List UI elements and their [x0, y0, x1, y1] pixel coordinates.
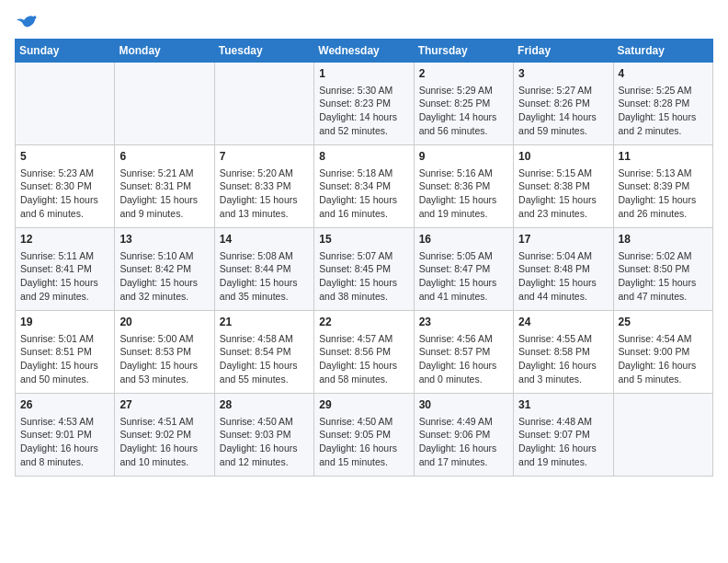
- day-info: Sunrise: 5:05 AM: [419, 249, 508, 263]
- day-info: Sunrise: 5:30 AM: [319, 84, 408, 98]
- day-number: 18: [619, 232, 708, 247]
- calendar-cell: 11Sunrise: 5:13 AMSunset: 8:39 PMDayligh…: [613, 145, 712, 228]
- day-number: 1: [319, 66, 408, 82]
- calendar-cell: 30Sunrise: 4:49 AMSunset: 9:06 PMDayligh…: [414, 394, 513, 477]
- day-info: Daylight: 16 hours and 19 minutes.: [518, 442, 608, 468]
- day-info: Daylight: 14 hours and 56 minutes.: [419, 110, 508, 137]
- calendar-cell: 9Sunrise: 5:16 AMSunset: 8:36 PMDaylight…: [414, 145, 513, 228]
- day-info: Daylight: 15 hours and 44 minutes.: [518, 276, 608, 303]
- calendar-cell: 3Sunrise: 5:27 AMSunset: 8:26 PMDaylight…: [514, 63, 613, 145]
- calendar-cell: 19Sunrise: 5:01 AMSunset: 8:51 PMDayligh…: [16, 311, 115, 394]
- day-info: Sunset: 8:51 PM: [20, 345, 109, 359]
- day-number: 25: [619, 315, 708, 330]
- day-info: Sunset: 8:39 PM: [619, 179, 708, 193]
- day-info: Sunrise: 5:27 AM: [518, 84, 608, 98]
- day-number: 14: [220, 232, 309, 247]
- day-info: Sunrise: 5:00 AM: [119, 332, 209, 346]
- day-info: Daylight: 16 hours and 17 minutes.: [419, 442, 508, 468]
- day-info: Sunset: 8:58 PM: [518, 345, 608, 359]
- day-info: Daylight: 15 hours and 29 minutes.: [20, 276, 109, 303]
- day-number: 6: [119, 149, 209, 165]
- day-number: 22: [319, 315, 408, 330]
- day-info: Sunset: 8:48 PM: [518, 262, 608, 276]
- weekday-header-saturday: Saturday: [613, 40, 712, 63]
- day-info: Daylight: 15 hours and 13 minutes.: [220, 193, 309, 220]
- day-info: Daylight: 15 hours and 23 minutes.: [518, 193, 608, 220]
- day-info: Sunset: 8:44 PM: [220, 262, 309, 276]
- weekday-header-friday: Friday: [514, 40, 613, 63]
- day-info: Daylight: 15 hours and 47 minutes.: [619, 276, 708, 303]
- weekday-header-monday: Monday: [115, 40, 214, 63]
- day-info: Sunrise: 5:07 AM: [319, 249, 408, 263]
- day-info: Daylight: 15 hours and 26 minutes.: [619, 193, 708, 220]
- day-info: Daylight: 15 hours and 32 minutes.: [119, 276, 209, 303]
- day-number: 9: [419, 149, 508, 165]
- day-info: Sunrise: 4:58 AM: [220, 332, 309, 346]
- day-info: Daylight: 15 hours and 50 minutes.: [20, 359, 109, 385]
- day-info: Sunrise: 5:20 AM: [220, 167, 309, 180]
- calendar-cell: [214, 63, 313, 145]
- day-info: Sunset: 8:38 PM: [518, 179, 608, 193]
- calendar-cell: 13Sunrise: 5:10 AMSunset: 8:42 PMDayligh…: [115, 228, 214, 311]
- day-info: Sunrise: 4:50 AM: [220, 415, 309, 429]
- calendar-cell: [613, 394, 712, 477]
- logo-bird-icon: [17, 15, 37, 31]
- calendar-cell: 21Sunrise: 4:58 AMSunset: 8:54 PMDayligh…: [214, 311, 313, 394]
- day-number: 23: [419, 315, 508, 330]
- day-info: Daylight: 16 hours and 3 minutes.: [518, 359, 608, 385]
- day-info: Sunset: 8:42 PM: [119, 262, 209, 276]
- day-info: Daylight: 15 hours and 41 minutes.: [419, 276, 508, 303]
- day-info: Sunrise: 5:01 AM: [20, 332, 109, 346]
- day-info: Sunset: 9:03 PM: [220, 428, 309, 442]
- calendar-cell: 7Sunrise: 5:20 AMSunset: 8:33 PMDaylight…: [214, 145, 313, 228]
- day-info: Sunset: 8:54 PM: [220, 345, 309, 359]
- day-number: 16: [419, 232, 508, 247]
- day-number: 19: [20, 315, 109, 330]
- day-info: Sunset: 9:00 PM: [619, 345, 708, 359]
- day-number: 5: [20, 149, 109, 165]
- page-header: [15, 15, 713, 31]
- day-info: Sunrise: 4:51 AM: [119, 415, 209, 429]
- day-info: Sunrise: 5:25 AM: [619, 84, 708, 98]
- day-info: Daylight: 15 hours and 55 minutes.: [220, 359, 309, 385]
- day-number: 8: [319, 149, 408, 165]
- calendar-cell: 1Sunrise: 5:30 AMSunset: 8:23 PMDaylight…: [314, 63, 414, 145]
- day-info: Sunrise: 4:48 AM: [518, 415, 608, 429]
- day-info: Sunset: 8:33 PM: [220, 179, 309, 193]
- day-info: Sunset: 8:25 PM: [419, 97, 508, 110]
- weekday-header-sunday: Sunday: [16, 40, 115, 63]
- calendar-cell: [115, 63, 214, 145]
- day-info: Sunrise: 5:21 AM: [119, 167, 209, 180]
- day-info: Daylight: 15 hours and 58 minutes.: [319, 359, 408, 385]
- day-info: Sunrise: 5:15 AM: [518, 167, 608, 180]
- day-number: 2: [419, 66, 508, 82]
- calendar-cell: 5Sunrise: 5:23 AMSunset: 8:30 PMDaylight…: [16, 145, 115, 228]
- weekday-header-thursday: Thursday: [414, 40, 513, 63]
- day-number: 24: [518, 315, 608, 330]
- calendar-cell: 22Sunrise: 4:57 AMSunset: 8:56 PMDayligh…: [314, 311, 414, 394]
- day-info: Sunrise: 5:02 AM: [619, 249, 708, 263]
- day-info: Daylight: 15 hours and 53 minutes.: [119, 359, 209, 385]
- logo: [15, 15, 37, 31]
- day-number: 15: [319, 232, 408, 247]
- day-number: 17: [518, 232, 608, 247]
- day-info: Sunrise: 4:54 AM: [619, 332, 708, 346]
- calendar-cell: [16, 63, 115, 145]
- calendar-cell: 31Sunrise: 4:48 AMSunset: 9:07 PMDayligh…: [514, 394, 613, 477]
- day-info: Sunset: 8:47 PM: [419, 262, 508, 276]
- day-info: Sunset: 8:41 PM: [20, 262, 109, 276]
- day-info: Sunset: 8:56 PM: [319, 345, 408, 359]
- calendar-cell: 16Sunrise: 5:05 AMSunset: 8:47 PMDayligh…: [414, 228, 513, 311]
- day-info: Sunset: 8:53 PM: [119, 345, 209, 359]
- day-info: Daylight: 14 hours and 59 minutes.: [518, 110, 608, 137]
- day-number: 29: [319, 397, 408, 413]
- day-info: Daylight: 16 hours and 8 minutes.: [20, 442, 109, 468]
- day-info: Sunset: 9:06 PM: [419, 428, 508, 442]
- calendar-cell: 18Sunrise: 5:02 AMSunset: 8:50 PMDayligh…: [613, 228, 712, 311]
- day-info: Sunset: 8:34 PM: [319, 179, 408, 193]
- day-number: 11: [619, 149, 708, 165]
- day-info: Sunrise: 4:56 AM: [419, 332, 508, 346]
- day-info: Sunrise: 4:49 AM: [419, 415, 508, 429]
- day-info: Sunrise: 5:08 AM: [220, 249, 309, 263]
- day-number: 4: [619, 66, 708, 82]
